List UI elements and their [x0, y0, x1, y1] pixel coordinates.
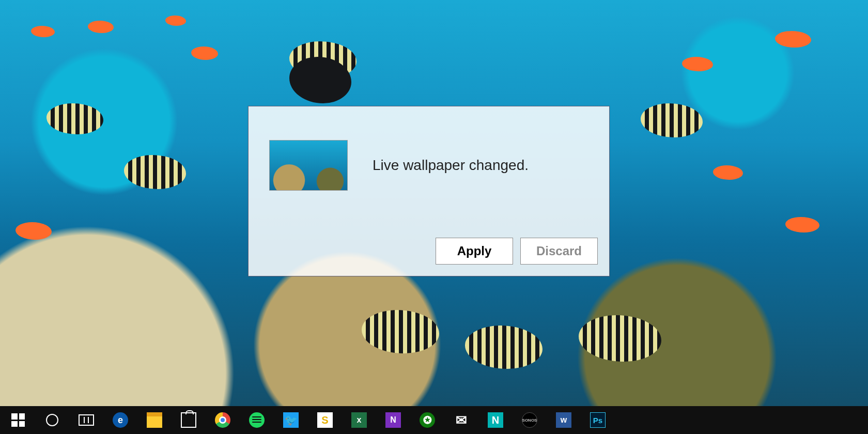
cortana-icon	[46, 414, 58, 426]
fish-icon	[165, 16, 186, 26]
sonos-icon: SONOS	[522, 412, 537, 428]
fish-icon	[31, 26, 55, 37]
edge-icon: e	[113, 412, 128, 428]
mail-icon: ✉	[454, 412, 469, 428]
fish-icon	[362, 310, 439, 353]
apply-button[interactable]: Apply	[436, 238, 513, 265]
taskbar-app-nextgen[interactable]: N	[479, 406, 512, 434]
fish-icon	[124, 155, 186, 189]
nextgen-icon: N	[488, 412, 503, 428]
fish-icon	[641, 103, 703, 137]
fish-icon	[775, 31, 811, 48]
fish-icon	[579, 315, 661, 362]
slack-icon: S	[317, 412, 333, 428]
fish-icon	[16, 222, 52, 240]
photoshop-icon: Ps	[590, 412, 606, 428]
taskbar-app-onenote[interactable]: N	[377, 406, 409, 434]
taskbar-app-excel[interactable]: x	[343, 406, 375, 434]
taskbar-app-twitter[interactable]: 🐦	[275, 406, 307, 434]
fish-icon	[785, 217, 819, 233]
taskbar-app-xbox[interactable]: ✪	[411, 406, 443, 434]
windows-logo-icon	[11, 413, 25, 427]
store-icon	[181, 412, 196, 428]
xbox-icon: ✪	[420, 412, 435, 428]
taskbar-app-chrome[interactable]	[207, 406, 239, 434]
cortana-button[interactable]	[36, 406, 68, 434]
twitter-icon: 🐦	[283, 412, 299, 428]
taskbar-app-sonos[interactable]: SONOS	[514, 406, 546, 434]
wallpaper-thumbnail	[269, 140, 348, 191]
word-icon: w	[556, 412, 571, 428]
excel-icon: x	[351, 412, 367, 428]
taskbar-app-word[interactable]: w	[548, 406, 580, 434]
taskbar-app-file-explorer[interactable]	[138, 406, 171, 434]
taskbar: e 🐦 S x N ✪ ✉ N SONOS w Ps	[0, 406, 868, 434]
wallpaper-change-dialog: Live wallpaper changed. Apply Discard	[248, 106, 610, 276]
taskbar-app-mail[interactable]: ✉	[445, 406, 477, 434]
taskbar-app-edge[interactable]: e	[104, 406, 136, 434]
spotify-icon	[249, 412, 265, 428]
taskbar-app-slack[interactable]: S	[309, 406, 341, 434]
taskbar-app-spotify[interactable]	[241, 406, 273, 434]
dialog-message: Live wallpaper changed.	[373, 157, 529, 174]
fish-icon	[682, 57, 713, 71]
task-view-icon	[79, 414, 94, 426]
start-button[interactable]	[2, 406, 34, 434]
fish-icon	[88, 21, 114, 33]
chrome-icon	[215, 412, 230, 428]
fish-icon	[465, 326, 542, 369]
fish-icon	[191, 47, 218, 60]
fish-icon	[713, 165, 743, 180]
task-view-button[interactable]	[70, 406, 102, 434]
taskbar-app-photoshop[interactable]: Ps	[582, 406, 614, 434]
file-explorer-icon	[147, 412, 162, 428]
fish-icon	[47, 103, 103, 134]
onenote-icon: N	[385, 412, 401, 428]
discard-button[interactable]: Discard	[520, 238, 598, 265]
taskbar-app-store[interactable]	[173, 406, 205, 434]
